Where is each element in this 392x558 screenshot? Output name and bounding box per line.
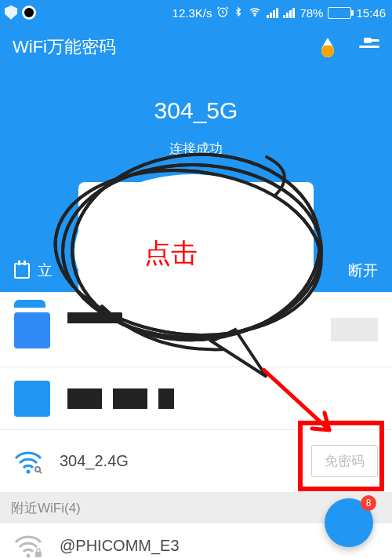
clock: 15:46 bbox=[356, 6, 386, 20]
status-bar: 12.3K/s 78% 15:46 bbox=[0, 0, 392, 25]
network-name: @PHICOMM_E3 bbox=[60, 537, 180, 555]
left-action[interactable]: 立 bbox=[38, 261, 53, 281]
connection-status: 连接成功 bbox=[0, 140, 392, 158]
connected-ssid: 304_5G bbox=[0, 97, 392, 124]
disconnect-button[interactable]: 断开 bbox=[348, 261, 378, 281]
battery-icon bbox=[328, 7, 351, 19]
redacted-text bbox=[113, 388, 147, 409]
bluetooth-icon bbox=[234, 5, 243, 20]
alarm-icon bbox=[216, 5, 229, 20]
floating-action-button[interactable]: 8 bbox=[325, 498, 373, 547]
wifi-lock-icon bbox=[14, 534, 42, 556]
svg-rect-5 bbox=[35, 552, 42, 557]
annotation-click-label: 点击 bbox=[144, 235, 198, 272]
calendar-icon[interactable] bbox=[14, 263, 30, 279]
wifi-key-icon bbox=[14, 450, 42, 472]
svg-point-1 bbox=[255, 14, 256, 15]
menu-icon[interactable] bbox=[359, 39, 379, 55]
qq-icon bbox=[22, 5, 36, 20]
redacted-text bbox=[67, 388, 102, 409]
svg-point-4 bbox=[27, 554, 31, 558]
avatar bbox=[14, 312, 50, 348]
list-item[interactable] bbox=[0, 292, 392, 367]
redacted-text bbox=[158, 388, 174, 409]
wifi-icon bbox=[248, 6, 262, 20]
redacted-text bbox=[67, 312, 122, 323]
droplet-icon[interactable] bbox=[318, 36, 337, 58]
battery-pct: 78% bbox=[299, 6, 323, 20]
avatar bbox=[14, 381, 50, 417]
network-name: 304_2.4G bbox=[60, 452, 129, 470]
annotation-highlight bbox=[298, 421, 384, 491]
net-speed: 12.3K/s bbox=[172, 6, 212, 20]
signal-icon-2 bbox=[283, 8, 295, 18]
shield-icon bbox=[5, 5, 17, 20]
placeholder-button bbox=[331, 318, 378, 341]
fab-badge: 8 bbox=[361, 495, 376, 511]
app-title: WiFi万能密码 bbox=[13, 35, 116, 59]
svg-point-2 bbox=[27, 469, 31, 473]
signal-icon bbox=[267, 8, 278, 18]
